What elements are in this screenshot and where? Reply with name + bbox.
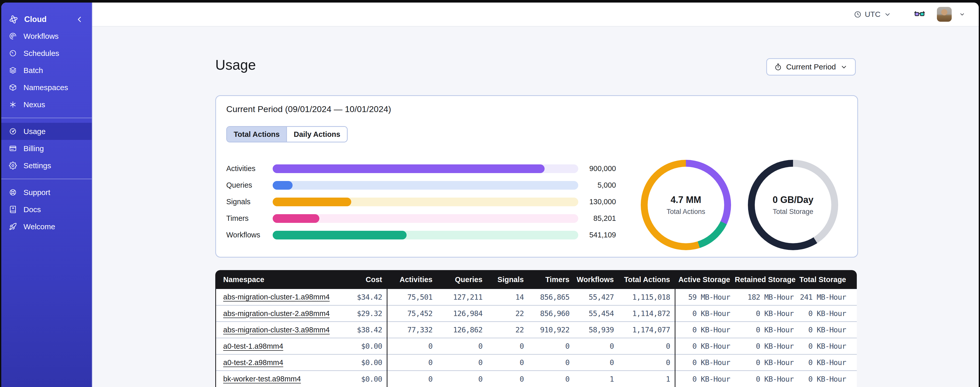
app-window: Cloud WorkflowsSchedulesBatchNamespacesN…	[1, 3, 979, 387]
sidebar-item-batch[interactable]: Batch	[1, 62, 92, 79]
cell-total-storage: 0 KB-Hour	[799, 371, 857, 387]
table-row: bk-worker-test.a98mm4$0.000000110 KB-Hou…	[216, 371, 857, 387]
workflows-icon	[9, 32, 17, 40]
sidebar-collapse-button[interactable]	[75, 15, 84, 24]
page-title: Usage	[215, 57, 256, 73]
cell-total-actions: 0	[619, 354, 675, 371]
sidebar-item-welcome[interactable]: Welcome	[1, 218, 92, 235]
bar-row-workflows: Workflows541,109	[226, 227, 616, 243]
sidebar-item-label: Namespaces	[24, 83, 68, 92]
namespace-link[interactable]: abs-migration-cluster-3.a98mm4	[223, 326, 329, 334]
bar-value: 900,000	[578, 165, 616, 173]
cell-retained-storage: 0 KB-Hour	[735, 354, 799, 371]
clock-icon	[854, 10, 862, 18]
column-header-active-storage: Active Storage	[675, 270, 735, 289]
namespace-link[interactable]: a0-test-2.a98mm4	[223, 358, 283, 366]
user-avatar[interactable]	[937, 7, 952, 22]
card-title: Current Period (09/01/2024 — 10/01/2024)	[226, 104, 391, 114]
bar-value: 5,000	[578, 181, 616, 189]
cell-total-storage: 0 KB-Hour	[799, 321, 857, 338]
timezone-label: UTC	[865, 10, 881, 19]
sidebar-item-support[interactable]: Support	[1, 184, 92, 201]
timezone-selector[interactable]: UTC	[854, 10, 891, 19]
settings-icon	[9, 162, 17, 170]
cell-cost: $29.32	[341, 305, 387, 321]
donut-hole: 0 GB/DayTotal Storage	[755, 167, 831, 243]
cell-timers: 0	[528, 338, 574, 354]
cell-queries: 127,211	[437, 289, 487, 305]
column-header-signals: Signals	[487, 270, 528, 289]
cloud-logo-icon	[9, 15, 18, 24]
bar-label: Timers	[226, 214, 273, 222]
column-header-activities: Activities	[387, 270, 437, 289]
sidebar-item-label: Welcome	[24, 222, 55, 231]
cell-signals: 0	[487, 354, 528, 371]
namespace-cell: a0-test-1.a98mm4	[216, 338, 341, 354]
bar-row-signals: Signals130,000	[226, 194, 616, 210]
cell-active-storage: 0 KB-Hour	[675, 305, 735, 321]
cell-cost: $0.00	[341, 338, 387, 354]
cell-cost: $38.42	[341, 321, 387, 338]
sidebar-item-billing[interactable]: Billing	[1, 140, 92, 157]
period-button-label: Current Period	[786, 62, 836, 71]
usage-summary-card: Current Period (09/01/2024 — 10/01/2024)…	[215, 95, 858, 257]
cell-retained-storage: 0 KB-Hour	[735, 371, 799, 387]
namespace-cell: a0-test-2.a98mm4	[216, 354, 341, 371]
cell-workflows: 55,427	[574, 289, 619, 305]
column-header-timers: Timers	[528, 270, 574, 289]
namespace-link[interactable]: abs-migration-cluster-2.a98mm4	[223, 309, 329, 318]
welcome-icon	[9, 222, 17, 230]
table-row: abs-migration-cluster-1.a98mm4$34.4275,5…	[216, 289, 857, 305]
usage-bar-chart: Activities900,000Queries5,000Signals130,…	[226, 160, 616, 243]
bar-track	[273, 231, 578, 240]
cell-cost: $0.00	[341, 371, 387, 387]
cell-retained-storage: 182 MB-Hour	[735, 289, 799, 305]
donut-total-actions: 4.7 MMTotal Actions	[641, 160, 731, 250]
tab-total-actions[interactable]: Total Actions	[227, 127, 286, 142]
glasses-icon[interactable]	[914, 11, 925, 18]
sidebar-item-namespaces[interactable]: Namespaces	[1, 79, 92, 96]
cell-cost: $34.42	[341, 289, 387, 305]
namespace-link[interactable]: a0-test-1.a98mm4	[223, 342, 283, 350]
bar-label: Signals	[226, 198, 273, 206]
desktop-background: Cloud WorkflowsSchedulesBatchNamespacesN…	[0, 0, 980, 387]
user-menu-chevron-icon[interactable]	[959, 11, 966, 18]
sidebar-item-workflows[interactable]: Workflows	[1, 27, 92, 45]
schedules-icon	[9, 49, 17, 57]
namespace-link[interactable]: bk-worker-test.a98mm4	[223, 375, 301, 383]
cell-activities: 75,452	[387, 305, 437, 321]
bar-row-activities: Activities900,000	[226, 160, 616, 177]
sidebar-item-schedules[interactable]: Schedules	[1, 45, 92, 62]
donut-value: 0 GB/Day	[773, 195, 813, 205]
usage-table: NamespaceCostActivitiesQueriesSignalsTim…	[215, 270, 857, 387]
cell-timers: 0	[528, 354, 574, 371]
sidebar-item-settings[interactable]: Settings	[1, 157, 92, 174]
cell-workflows: 0	[574, 354, 619, 371]
cell-queries: 126,862	[437, 321, 487, 338]
table-row: a0-test-2.a98mm4$0.000000000 KB-Hour0 KB…	[216, 354, 857, 371]
tab-daily-actions[interactable]: Daily Actions	[286, 127, 347, 142]
sidebar-nav-footer: SupportDocsWelcome	[1, 184, 92, 235]
period-selector-button[interactable]: Current Period	[766, 58, 856, 75]
main-content: Usage Current Period Current Period (09/…	[92, 27, 979, 387]
sidebar-item-label: Schedules	[24, 49, 59, 58]
cell-timers: 910,922	[528, 321, 574, 338]
cell-total-actions: 1	[619, 371, 675, 387]
cell-workflows: 0	[574, 338, 619, 354]
cell-retained-storage: 0 KB-Hour	[735, 321, 799, 338]
cell-signals: 0	[487, 338, 528, 354]
sidebar-item-nexus[interactable]: Nexus	[1, 96, 92, 113]
cell-activities: 75,501	[387, 289, 437, 305]
column-header-queries: Queries	[437, 270, 487, 289]
cell-active-storage: 0 KB-Hour	[675, 371, 735, 387]
sidebar-item-docs[interactable]: Docs	[1, 201, 92, 218]
bar-value: 85,201	[578, 214, 616, 222]
namespace-cell: abs-migration-cluster-2.a98mm4	[216, 305, 341, 321]
namespace-link[interactable]: abs-migration-cluster-1.a98mm4	[223, 293, 329, 301]
sidebar-item-usage[interactable]: Usage	[1, 123, 92, 140]
usage-donut-charts: 4.7 MMTotal Actions0 GB/DayTotal Storage	[641, 160, 838, 250]
cell-timers: 856,960	[528, 305, 574, 321]
cell-total-storage: 0 KB-Hour	[799, 338, 857, 354]
billing-icon	[9, 144, 17, 152]
cell-total-storage: 0 KB-Hour	[799, 354, 857, 371]
